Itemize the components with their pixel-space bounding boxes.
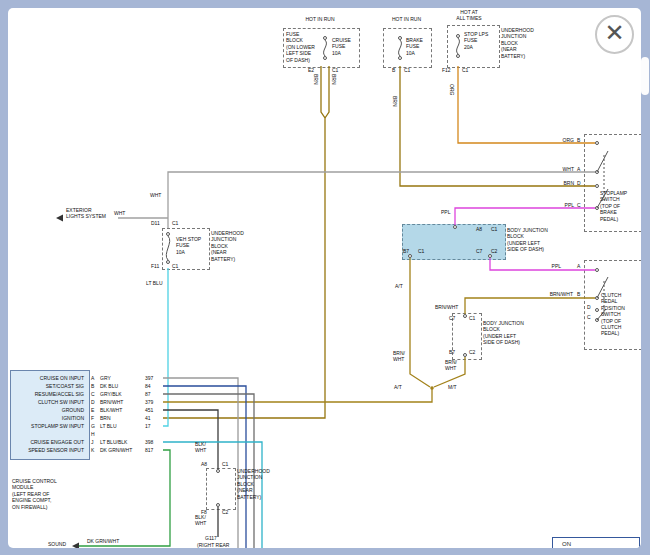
terminal-a8: A8: [476, 226, 482, 232]
underhood-junction-block-top-label: UNDERHOOD JUNCTION BLOCK (NEAR BATTERY): [501, 27, 534, 59]
terminal-c1-h: C1: [469, 315, 475, 321]
wire-color: BLK/WHT: [100, 406, 122, 414]
terminal-c1-i: C1: [222, 461, 228, 467]
clutch-terminal-c: C: [587, 314, 591, 320]
wire-color: DK GRN/WHT: [100, 446, 132, 454]
scrollbar-thumb[interactable]: [641, 57, 649, 95]
module-row-a: CRUISE ON INPUT A GRY 397: [12, 374, 182, 382]
pin-function: RESUME/ACCEL SIG: [12, 390, 84, 398]
terminal-c1-c: C1: [462, 67, 468, 73]
veh-stop-fuse-label: VEH STOP FUSE 10A: [176, 236, 201, 255]
brn-wht-stacked-label-1: BRN/ WHT: [393, 350, 405, 363]
circuit-number: 451: [145, 406, 153, 414]
module-row-g: STOPLAMP SW INPUT G LT BLU 17: [12, 422, 182, 430]
clutch-terminal-d: D: [587, 304, 591, 310]
terminal-c7-2: C7: [449, 315, 455, 321]
circuit-number: 817: [145, 446, 153, 454]
module-row-c: RESUME/ACCEL SIG C GRY/BLK 87: [12, 390, 182, 398]
close-button[interactable]: ✕: [595, 15, 634, 54]
terminal-c2-a: C2: [491, 248, 497, 254]
exterior-lights-label: EXTERIOR LIGHTS SYSTEM: [66, 207, 106, 220]
pin-letter: G: [91, 422, 95, 430]
pin-function: CRUISE ENGAGE OUT: [12, 438, 84, 446]
exterior-lights-arrow-icon: [56, 215, 63, 222]
brake-fuse-label: BRAKE FUSE 10A: [406, 37, 423, 56]
underhood-junction-block-bottom-label: UNDERHOOD JUNCTION BLOCK (NEAR BATTERY): [237, 468, 270, 500]
module-row-j: CRUISE ENGAGE OUT J LT BLU/BLK 398: [12, 438, 182, 446]
hot-at-all-times-label: HOT AT ALL TIMES: [441, 9, 497, 22]
terminal-f12: F12: [442, 67, 451, 73]
brn-wht-stacked-label-2: BRN/ WHT: [445, 359, 457, 372]
brn-wire-label-2: BRN: [331, 74, 337, 85]
pin-letter: F: [91, 414, 94, 422]
underhood-junction-block-left-label: UNDERHOOD JUNCTION BLOCK (NEAR BATTERY): [211, 230, 244, 262]
terminal-c1-b: C1: [404, 67, 410, 73]
wire-color: BRN: [100, 414, 111, 422]
stoplamp-terminal-a: A: [577, 166, 580, 172]
stoplamp-terminal-d: D: [577, 180, 581, 186]
clutch-terminal-a: A: [577, 263, 580, 269]
circuit-number: 41: [145, 414, 151, 422]
splice-dot: [430, 386, 434, 390]
wht-wires: [118, 172, 595, 228]
terminal-d11: D11: [151, 220, 160, 226]
terminal-b7-1: B7: [403, 248, 409, 254]
wht-wire-label-h: WHT: [114, 210, 125, 216]
wire-color: BRN/WHT: [100, 398, 123, 406]
pin-function: SET/COAST SIG: [12, 382, 84, 390]
pin-letter: B: [91, 382, 94, 390]
module-row-e: GROUND E BLK/WHT 451: [12, 406, 182, 414]
terminal-b: B: [392, 67, 395, 73]
module-row-b: SET/COAST SIG B DK BLU 84: [12, 382, 182, 390]
blk-wht-stacked-label-1: BLK/ WHT: [195, 441, 206, 454]
org-wire: [458, 66, 595, 143]
pin-function: CRUISE ON INPUT: [12, 374, 84, 382]
wire-color: GRY/BLK: [100, 390, 122, 398]
brn-wht-wires: [163, 258, 595, 402]
circuit-number: 379: [145, 398, 153, 406]
terminal-e2: E2: [308, 67, 314, 73]
ground-g117-label: G117: [205, 535, 217, 541]
stoplamp-terminal-c: C: [577, 202, 581, 208]
pin-letter: H: [91, 430, 95, 438]
brn-wht-wire-label-2: BRN/WHT: [435, 304, 458, 310]
on-button[interactable]: ON: [552, 537, 640, 548]
module-row-d: CLUTCH SW INPUT D BRN/WHT 379: [12, 398, 182, 406]
wire-color: LT BLU/BLK: [100, 438, 127, 446]
sound-label: SOUND: [48, 541, 66, 547]
ppl-wire-label-2: PPL: [441, 209, 450, 215]
clutch-switch-label: CLUTCH PEDAL POSITION SWITCH (TOP OF CLU…: [601, 292, 625, 337]
pin-letter: E: [91, 406, 94, 414]
terminal-c1-d: C1: [172, 220, 178, 226]
body-junction-block-2-label: BODY JUNCTION BLOCK (UNDER LEFT SIDE OF …: [483, 320, 524, 346]
cruise-fuse-label: CRUISE FUSE 10A: [332, 37, 351, 56]
wire-color: LT BLU: [100, 422, 117, 430]
fuse-block-label: FUSE BLOCK (ON LOWER LEFT SIDE OF DASH): [286, 31, 315, 63]
pin-letter: A: [91, 374, 94, 382]
pin-letter: D: [91, 398, 95, 406]
terminal-c1-g: C1: [418, 248, 424, 254]
sound-arrow-icon: [72, 543, 79, 549]
terminal-c1-a: C1: [332, 67, 338, 73]
body-junction-block-1-label: BODY JUNCTION BLOCK (UNDER LEFT SIDE OF …: [507, 227, 548, 253]
circuit-number: 397: [145, 374, 153, 382]
terminal-c2-b: C2: [469, 349, 475, 355]
wire-color: GRY: [100, 374, 111, 382]
pin-function: GROUND: [12, 406, 84, 414]
org-wire-label-v: ORG: [449, 84, 455, 95]
module-row-h: H: [12, 430, 182, 438]
cruise-module-label: CRUISE CONTROL MODULE (LEFT REAR OF ENGI…: [12, 478, 57, 510]
close-icon: ✕: [604, 19, 624, 46]
brn-wire-label-3: BRN: [392, 96, 398, 107]
ppl-wire-label-3: PPL: [543, 263, 561, 269]
clutch-terminal-b: B: [577, 291, 580, 297]
terminal-c2-c: C2: [222, 509, 228, 515]
circuit-number: 87: [145, 390, 151, 398]
terminal-a8-bottom: A8: [201, 461, 207, 467]
hot-in-run-2-label: HOT IN RUN: [383, 16, 430, 22]
pin-function: IGNITION: [12, 414, 84, 422]
wiring-diagram-viewer: { "window": { "close_icon": "✕", "on_but…: [0, 0, 650, 555]
at-branch-label: A/T: [394, 384, 402, 390]
mt-branch-label: M/T: [448, 384, 457, 390]
stoplamp-switch-label: STOPLAMP SWITCH (TOP OF BRAKE PEDAL): [600, 190, 627, 222]
